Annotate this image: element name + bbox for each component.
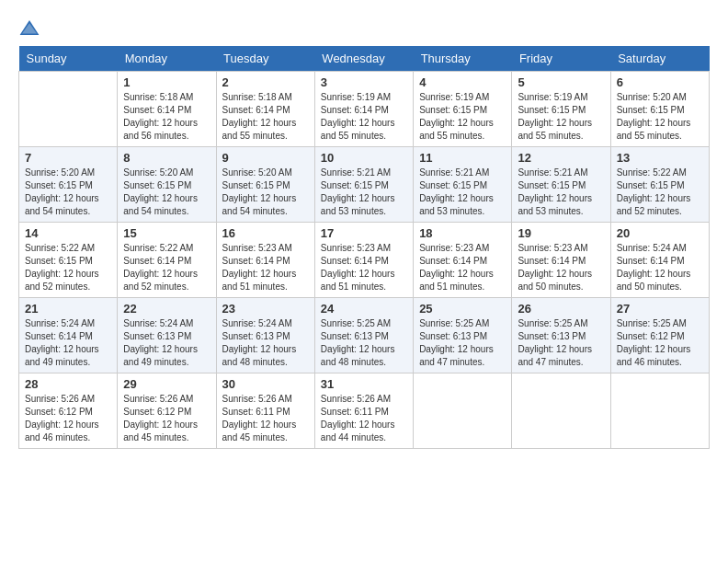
day-info: Sunrise: 5:21 AMSunset: 6:15 PMDaylight:… xyxy=(419,167,506,218)
calendar-cell: 6Sunrise: 5:20 AMSunset: 6:15 PMDaylight… xyxy=(610,72,709,147)
calendar-week-row: 28Sunrise: 5:26 AMSunset: 6:12 PMDayligh… xyxy=(19,373,710,449)
day-info: Sunrise: 5:25 AMSunset: 6:13 PMDaylight:… xyxy=(419,317,506,369)
calendar-cell: 13Sunrise: 5:22 AMSunset: 6:15 PMDayligh… xyxy=(610,147,709,223)
day-number: 7 xyxy=(25,151,111,165)
page-header xyxy=(18,18,710,37)
calendar-cell: 19Sunrise: 5:23 AMSunset: 6:14 PMDayligh… xyxy=(512,223,610,298)
day-number: 2 xyxy=(222,75,309,89)
day-info: Sunrise: 5:20 AMSunset: 6:15 PMDaylight:… xyxy=(222,167,309,218)
calendar-week-row: 7Sunrise: 5:20 AMSunset: 6:15 PMDaylight… xyxy=(19,147,710,223)
calendar-cell: 16Sunrise: 5:23 AMSunset: 6:14 PMDayligh… xyxy=(216,223,314,298)
day-info: Sunrise: 5:23 AMSunset: 6:14 PMDaylight:… xyxy=(518,242,604,293)
day-info: Sunrise: 5:19 AMSunset: 6:15 PMDaylight:… xyxy=(518,91,604,143)
calendar-header-wednesday: Wednesday xyxy=(314,46,413,72)
day-info: Sunrise: 5:23 AMSunset: 6:14 PMDaylight:… xyxy=(419,242,506,293)
day-number: 8 xyxy=(123,151,210,165)
day-number: 3 xyxy=(321,75,407,89)
day-info: Sunrise: 5:24 AMSunset: 6:13 PMDaylight:… xyxy=(222,317,309,369)
calendar-cell: 4Sunrise: 5:19 AMSunset: 6:15 PMDaylight… xyxy=(414,72,512,147)
day-number: 5 xyxy=(518,75,604,89)
calendar-cell: 22Sunrise: 5:24 AMSunset: 6:13 PMDayligh… xyxy=(118,298,216,373)
day-info: Sunrise: 5:22 AMSunset: 6:15 PMDaylight:… xyxy=(25,242,111,293)
day-info: Sunrise: 5:21 AMSunset: 6:15 PMDaylight:… xyxy=(321,167,407,218)
day-info: Sunrise: 5:22 AMSunset: 6:14 PMDaylight:… xyxy=(123,242,210,293)
day-number: 27 xyxy=(617,302,703,316)
calendar-header-monday: Monday xyxy=(118,46,216,72)
calendar-week-row: 21Sunrise: 5:24 AMSunset: 6:14 PMDayligh… xyxy=(19,298,710,373)
calendar-header-sunday: Sunday xyxy=(19,46,118,72)
calendar-header-tuesday: Tuesday xyxy=(216,46,314,72)
day-info: Sunrise: 5:24 AMSunset: 6:14 PMDaylight:… xyxy=(617,242,703,293)
day-number: 4 xyxy=(419,75,506,89)
calendar-table: SundayMondayTuesdayWednesdayThursdayFrid… xyxy=(18,46,710,449)
day-number: 10 xyxy=(321,151,407,165)
calendar-cell: 23Sunrise: 5:24 AMSunset: 6:13 PMDayligh… xyxy=(216,298,314,373)
day-info: Sunrise: 5:25 AMSunset: 6:13 PMDaylight:… xyxy=(518,317,604,369)
calendar-cell: 30Sunrise: 5:26 AMSunset: 6:11 PMDayligh… xyxy=(216,373,314,449)
day-info: Sunrise: 5:18 AMSunset: 6:14 PMDaylight:… xyxy=(222,91,309,143)
day-number: 26 xyxy=(518,302,604,316)
calendar-cell: 18Sunrise: 5:23 AMSunset: 6:14 PMDayligh… xyxy=(414,223,512,298)
day-info: Sunrise: 5:25 AMSunset: 6:13 PMDaylight:… xyxy=(321,317,407,369)
day-info: Sunrise: 5:19 AMSunset: 6:15 PMDaylight:… xyxy=(419,91,506,143)
calendar-cell xyxy=(414,373,512,449)
calendar-header-friday: Friday xyxy=(512,46,610,72)
calendar-cell: 11Sunrise: 5:21 AMSunset: 6:15 PMDayligh… xyxy=(414,147,512,223)
day-info: Sunrise: 5:23 AMSunset: 6:14 PMDaylight:… xyxy=(222,242,309,293)
day-number: 14 xyxy=(25,226,111,240)
day-number: 21 xyxy=(25,302,111,316)
calendar-cell: 25Sunrise: 5:25 AMSunset: 6:13 PMDayligh… xyxy=(414,298,512,373)
day-info: Sunrise: 5:22 AMSunset: 6:15 PMDaylight:… xyxy=(617,167,703,218)
day-info: Sunrise: 5:23 AMSunset: 6:14 PMDaylight:… xyxy=(321,242,407,293)
calendar-cell: 24Sunrise: 5:25 AMSunset: 6:13 PMDayligh… xyxy=(314,298,413,373)
calendar-cell xyxy=(610,373,709,449)
day-number: 13 xyxy=(617,151,703,165)
day-info: Sunrise: 5:21 AMSunset: 6:15 PMDaylight:… xyxy=(518,167,604,218)
day-number: 1 xyxy=(123,75,210,89)
day-number: 9 xyxy=(222,151,309,165)
calendar-cell: 3Sunrise: 5:19 AMSunset: 6:14 PMDaylight… xyxy=(314,72,413,147)
calendar-header-row: SundayMondayTuesdayWednesdayThursdayFrid… xyxy=(19,46,710,72)
day-number: 22 xyxy=(123,302,210,316)
calendar-cell: 8Sunrise: 5:20 AMSunset: 6:15 PMDaylight… xyxy=(118,147,216,223)
calendar-cell: 31Sunrise: 5:26 AMSunset: 6:11 PMDayligh… xyxy=(314,373,413,449)
day-number: 28 xyxy=(25,377,111,391)
day-info: Sunrise: 5:20 AMSunset: 6:15 PMDaylight:… xyxy=(25,167,111,218)
day-number: 25 xyxy=(419,302,506,316)
day-info: Sunrise: 5:24 AMSunset: 6:14 PMDaylight:… xyxy=(25,317,111,369)
logo-icon xyxy=(18,18,40,37)
calendar-cell: 17Sunrise: 5:23 AMSunset: 6:14 PMDayligh… xyxy=(314,223,413,298)
day-info: Sunrise: 5:26 AMSunset: 6:12 PMDaylight:… xyxy=(25,393,111,444)
day-info: Sunrise: 5:18 AMSunset: 6:14 PMDaylight:… xyxy=(123,91,210,143)
day-info: Sunrise: 5:24 AMSunset: 6:13 PMDaylight:… xyxy=(123,317,210,369)
day-number: 24 xyxy=(321,302,407,316)
calendar-cell: 2Sunrise: 5:18 AMSunset: 6:14 PMDaylight… xyxy=(216,72,314,147)
day-number: 23 xyxy=(222,302,309,316)
calendar-cell: 1Sunrise: 5:18 AMSunset: 6:14 PMDaylight… xyxy=(118,72,216,147)
day-info: Sunrise: 5:20 AMSunset: 6:15 PMDaylight:… xyxy=(617,91,703,143)
calendar-cell: 21Sunrise: 5:24 AMSunset: 6:14 PMDayligh… xyxy=(19,298,118,373)
day-number: 18 xyxy=(419,226,506,240)
day-number: 6 xyxy=(617,75,703,89)
calendar-week-row: 1Sunrise: 5:18 AMSunset: 6:14 PMDaylight… xyxy=(19,72,710,147)
day-number: 12 xyxy=(518,151,604,165)
calendar-cell: 29Sunrise: 5:26 AMSunset: 6:12 PMDayligh… xyxy=(118,373,216,449)
calendar-cell: 28Sunrise: 5:26 AMSunset: 6:12 PMDayligh… xyxy=(19,373,118,449)
day-info: Sunrise: 5:26 AMSunset: 6:11 PMDaylight:… xyxy=(321,393,407,444)
day-number: 17 xyxy=(321,226,407,240)
day-number: 30 xyxy=(222,377,309,391)
day-info: Sunrise: 5:25 AMSunset: 6:12 PMDaylight:… xyxy=(617,317,703,369)
calendar-cell: 10Sunrise: 5:21 AMSunset: 6:15 PMDayligh… xyxy=(314,147,413,223)
day-number: 15 xyxy=(123,226,210,240)
day-info: Sunrise: 5:19 AMSunset: 6:14 PMDaylight:… xyxy=(321,91,407,143)
day-info: Sunrise: 5:26 AMSunset: 6:11 PMDaylight:… xyxy=(222,393,309,444)
calendar-week-row: 14Sunrise: 5:22 AMSunset: 6:15 PMDayligh… xyxy=(19,223,710,298)
day-number: 16 xyxy=(222,226,309,240)
calendar-cell: 26Sunrise: 5:25 AMSunset: 6:13 PMDayligh… xyxy=(512,298,610,373)
day-number: 19 xyxy=(518,226,604,240)
day-number: 20 xyxy=(617,226,703,240)
calendar-cell: 27Sunrise: 5:25 AMSunset: 6:12 PMDayligh… xyxy=(610,298,709,373)
day-info: Sunrise: 5:20 AMSunset: 6:15 PMDaylight:… xyxy=(123,167,210,218)
day-number: 29 xyxy=(123,377,210,391)
day-info: Sunrise: 5:26 AMSunset: 6:12 PMDaylight:… xyxy=(123,393,210,444)
